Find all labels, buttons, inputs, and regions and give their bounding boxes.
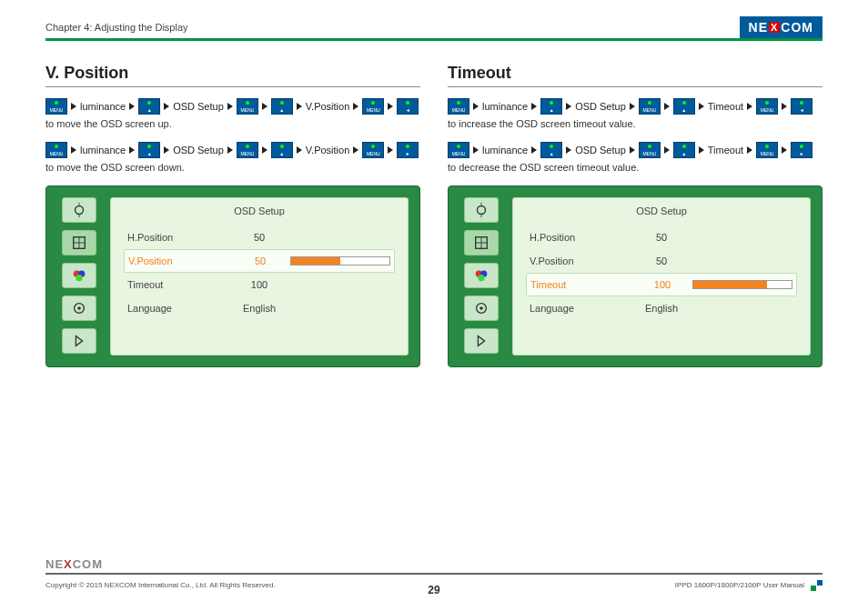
menu-button-icon: MENU (756, 142, 778, 158)
section-title-timeout: Timeout (448, 64, 823, 87)
svg-point-8 (76, 275, 82, 281)
chapter-title: Chapter 4: Adjusting the Display (45, 22, 188, 33)
breadcrumb-row: MENU luminance ▲ OSD Setup MENU ▲ Timeou… (448, 142, 823, 158)
luminance-tab-icon[interactable] (464, 197, 499, 223)
section-title-vposition: V. Position (45, 64, 420, 87)
menu-button-icon: MENU (45, 98, 67, 115)
osd-row-timeout[interactable]: Timeout 100 (124, 273, 395, 296)
misc-tab-icon[interactable] (464, 295, 499, 321)
osd-row-hposition[interactable]: H.Position 50 (124, 225, 395, 249)
crumb-vposition: V.Position (306, 145, 350, 155)
exit-tab-icon[interactable] (464, 328, 499, 354)
menu-button-icon: ▲ (540, 98, 562, 115)
footer-decoration-icon (810, 578, 823, 591)
caption-decrease: to decrease the OSD screen timeout value… (448, 162, 823, 173)
chevron-right-icon (699, 103, 704, 110)
section-vposition: V. Position MENU luminance ▲ OSD Setup M… (45, 64, 420, 367)
chevron-right-icon (227, 103, 233, 110)
menu-button-icon: ▲ (271, 142, 293, 158)
exit-tab-icon[interactable] (62, 328, 96, 354)
up-button-icon: ◄ (791, 98, 812, 115)
svg-point-11 (478, 206, 486, 215)
chevron-right-icon (71, 146, 76, 154)
menu-button-icon: MENU (362, 98, 384, 115)
menu-button-icon: MENU (639, 98, 661, 115)
chevron-right-icon (388, 146, 393, 154)
section-timeout: Timeout MENU luminance ▲ OSD Setup MENU … (448, 64, 823, 367)
chevron-right-icon (164, 103, 169, 110)
slider-icon (290, 256, 390, 265)
osd-row-value: 50 (639, 232, 684, 243)
chevron-right-icon (664, 146, 670, 154)
color-tab-icon[interactable] (62, 263, 96, 288)
chevron-right-icon (262, 146, 267, 154)
osd-row-vposition[interactable]: V.Position 50 (124, 249, 395, 273)
slider-icon (692, 280, 792, 289)
chevron-right-icon (388, 103, 393, 110)
page-number: 29 (428, 584, 439, 596)
osd-row-value: 50 (237, 232, 282, 243)
osd-settings-pane: OSD Setup H.Position 50 V.Position 50 Ti… (110, 197, 409, 356)
chevron-right-icon (531, 103, 537, 110)
menu-button-icon: MENU (237, 98, 258, 115)
chevron-right-icon (664, 103, 670, 110)
svg-point-0 (76, 206, 84, 215)
menu-button-icon: ▲ (138, 98, 160, 115)
osd-row-language[interactable]: Language English (526, 296, 797, 320)
chevron-right-icon (531, 146, 537, 154)
crumb-timeout: Timeout (708, 101, 743, 112)
menu-button-icon: ▲ (673, 98, 695, 115)
osd-pane-title: OSD Setup (526, 205, 797, 220)
chevron-right-icon (262, 103, 267, 110)
crumb-osdsetup: OSD Setup (173, 101, 224, 112)
crumb-luminance: luminance (80, 101, 126, 112)
manual-title: IPPD 1600P/1800P/2100P User Manual (675, 581, 804, 589)
osdsetup-tab-icon[interactable] (464, 230, 499, 255)
chevron-right-icon (353, 146, 358, 154)
chevron-right-icon (747, 146, 752, 154)
osd-row-label: H.Position (127, 232, 237, 243)
osd-row-value: 100 (640, 279, 685, 290)
luminance-tab-icon[interactable] (62, 197, 96, 223)
chevron-right-icon (473, 103, 479, 110)
color-tab-icon[interactable] (464, 263, 499, 288)
crumb-osdsetup: OSD Setup (575, 145, 626, 155)
chevron-right-icon (699, 146, 704, 154)
osd-panel-vposition: OSD Setup H.Position 50 V.Position 50 Ti… (45, 185, 420, 367)
osd-row-language[interactable]: Language English (124, 296, 395, 320)
osd-row-vposition[interactable]: V.Position 50 (526, 249, 797, 273)
osd-row-label: Timeout (127, 279, 237, 290)
down-button-icon: ► (397, 142, 419, 158)
footer-rule (45, 573, 823, 575)
osd-row-value: 50 (237, 255, 283, 266)
chevron-right-icon (747, 103, 752, 110)
menu-button-icon: MENU (448, 98, 469, 115)
caption-increase: to increase the OSD screen timeout value… (448, 118, 823, 129)
menu-button-icon: MENU (362, 142, 384, 158)
header-rule (45, 38, 823, 41)
chevron-right-icon (630, 103, 635, 110)
misc-tab-icon[interactable] (62, 295, 96, 321)
osd-row-label: Language (127, 303, 237, 314)
menu-button-icon: MENU (756, 98, 778, 115)
menu-button-icon: MENU (448, 142, 469, 158)
chevron-right-icon (566, 103, 571, 110)
breadcrumb-row: MENU luminance ▲ OSD Setup MENU ▲ V.Posi… (45, 142, 420, 158)
nexcom-logo: NEXCOM (740, 16, 823, 38)
osd-tab-list (57, 197, 101, 356)
nexcom-logo-footer: NEXCOM (45, 557, 823, 571)
up-button-icon: ◄ (397, 98, 419, 115)
osd-row-value: 100 (237, 279, 282, 290)
menu-button-icon: ▲ (673, 142, 695, 158)
main-content: V. Position MENU luminance ▲ OSD Setup M… (45, 64, 823, 367)
osd-row-timeout[interactable]: Timeout 100 (526, 273, 797, 296)
osd-row-label: V.Position (530, 255, 639, 266)
crumb-osdsetup: OSD Setup (173, 145, 224, 155)
chevron-right-icon (353, 103, 358, 110)
crumb-vposition: V.Position (306, 101, 350, 112)
osd-row-label: Language (530, 303, 639, 314)
chevron-right-icon (473, 146, 479, 154)
menu-button-icon: ▲ (271, 98, 293, 115)
osd-row-hposition[interactable]: H.Position 50 (526, 225, 797, 249)
osdsetup-tab-icon[interactable] (62, 230, 96, 255)
